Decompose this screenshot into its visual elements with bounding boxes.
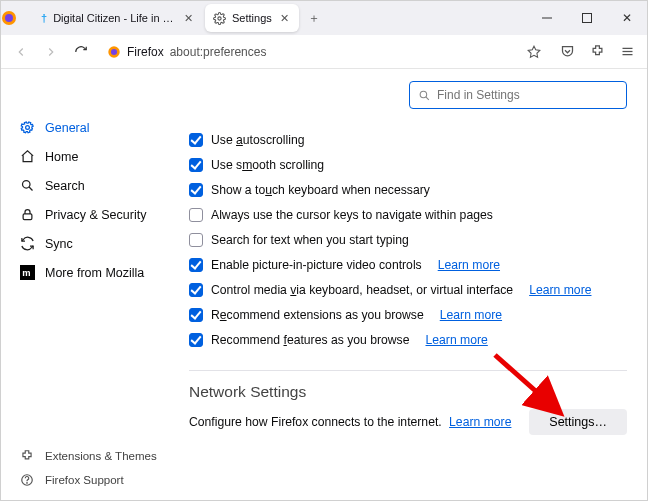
category-more-mozilla[interactable]: m More from Mozilla [9,258,173,287]
learn-more-link[interactable]: Learn more [529,283,591,297]
category-label: General [45,121,89,135]
mozilla-icon: m [19,265,35,280]
option-label[interactable]: Use autoscrolling [211,133,305,147]
navigation-toolbar: Firefox about:preferences [1,35,647,69]
tab-label: Settings [232,12,272,24]
puzzle-icon [19,449,35,463]
network-settings-description: Configure how Firefox connects to the in… [189,415,511,429]
learn-more-link[interactable]: Learn more [440,308,502,322]
tab-settings[interactable]: Settings ✕ [205,4,299,32]
learn-more-link[interactable]: Learn more [426,333,488,347]
category-sync[interactable]: Sync [9,229,173,258]
back-button[interactable] [9,40,33,64]
svg-point-17 [27,483,28,484]
svg-point-18 [420,91,427,98]
preference-option: Use smooth scrolling [189,152,627,177]
category-sidebar: General Home Search Privacy & Security [1,69,181,500]
svg-line-12 [29,187,32,190]
search-icon [418,89,431,102]
identity-label: Firefox [127,45,164,59]
url-bar[interactable]: Firefox about:preferences [99,39,549,65]
svg-point-10 [25,126,29,130]
svg-point-1 [5,14,13,22]
preferences-content: General Home Search Privacy & Security [1,69,647,500]
forward-button[interactable] [39,40,63,64]
minimize-button[interactable] [527,1,567,35]
learn-more-link[interactable]: Learn more [449,415,511,429]
find-in-settings[interactable] [409,81,627,109]
link-label: Extensions & Themes [45,450,157,462]
checkbox[interactable] [189,133,203,147]
checkbox[interactable] [189,208,203,222]
extensions-button[interactable] [585,40,609,64]
settings-panel: Use autoscrollingUse smooth scrollingSho… [181,69,647,500]
lock-icon [19,207,35,222]
preference-option: Use autoscrolling [189,127,627,152]
preference-option: Enable picture-in-picture video controls… [189,252,627,277]
checkbox[interactable] [189,233,203,247]
option-label[interactable]: Enable picture-in-picture video controls [211,258,422,272]
svg-rect-4 [583,14,592,23]
checkbox[interactable] [189,308,203,322]
category-general[interactable]: General [9,113,173,142]
new-tab-button[interactable]: ＋ [301,10,327,27]
category-privacy[interactable]: Privacy & Security [9,200,173,229]
option-label[interactable]: Control media via keyboard, headset, or … [211,283,513,297]
checkbox[interactable] [189,158,203,172]
checkbox[interactable] [189,183,203,197]
category-label: Home [45,150,78,164]
category-home[interactable]: Home [9,142,173,171]
network-settings-heading: Network Settings [189,383,627,401]
maximize-button[interactable] [567,1,607,35]
close-window-button[interactable]: ✕ [607,1,647,35]
reload-button[interactable] [69,40,93,64]
bookmark-star-icon[interactable] [527,45,541,59]
svg-point-2 [218,16,221,19]
network-settings-button[interactable]: Settings… [529,409,627,435]
category-label: More from Mozilla [45,266,144,280]
close-tab-icon[interactable]: ✕ [182,12,195,25]
firefox-support-link[interactable]: Firefox Support [9,468,173,492]
option-label[interactable]: Recommend extensions as you browse [211,308,424,322]
option-label[interactable]: Show a touch keyboard when necessary [211,183,430,197]
option-label[interactable]: Recommend features as you browse [211,333,410,347]
category-label: Search [45,179,85,193]
url-text: about:preferences [170,45,267,59]
firefox-menu-button[interactable] [1,10,33,26]
option-label[interactable]: Use smooth scrolling [211,158,324,172]
extensions-themes-link[interactable]: Extensions & Themes [9,444,173,468]
category-label: Sync [45,237,73,251]
preference-option: Control media via keyboard, headset, or … [189,277,627,302]
svg-point-11 [22,181,30,189]
svg-rect-13 [23,214,32,220]
checkbox[interactable] [189,333,203,347]
sync-icon [19,236,35,251]
site-icon: † [41,12,47,24]
pocket-button[interactable] [555,40,579,64]
svg-text:m: m [22,268,30,278]
preference-option: Recommend extensions as you browseLearn … [189,302,627,327]
help-icon [19,473,35,487]
firefox-window: † Digital Citizen - Life in a digital ✕ … [0,0,648,501]
category-label: Privacy & Security [45,208,146,222]
checkbox[interactable] [189,258,203,272]
checkbox[interactable] [189,283,203,297]
option-label[interactable]: Search for text when you start typing [211,233,409,247]
window-controls: ✕ [527,1,647,35]
firefox-identity-icon [107,45,121,59]
svg-line-19 [426,96,429,99]
search-icon [19,178,35,193]
category-search[interactable]: Search [9,171,173,200]
home-icon [19,149,35,164]
close-tab-icon[interactable]: ✕ [278,12,291,25]
title-bar: † Digital Citizen - Life in a digital ✕ … [1,1,647,35]
preference-option: Search for text when you start typing [189,227,627,252]
divider [189,370,627,371]
tab-digital-citizen[interactable]: † Digital Citizen - Life in a digital ✕ [33,4,203,32]
option-label[interactable]: Always use the cursor keys to navigate w… [211,208,493,222]
link-label: Firefox Support [45,474,124,486]
search-input[interactable] [437,88,618,102]
learn-more-link[interactable]: Learn more [438,258,500,272]
app-menu-button[interactable] [615,40,639,64]
preference-option: Recommend features as you browseLearn mo… [189,327,627,352]
